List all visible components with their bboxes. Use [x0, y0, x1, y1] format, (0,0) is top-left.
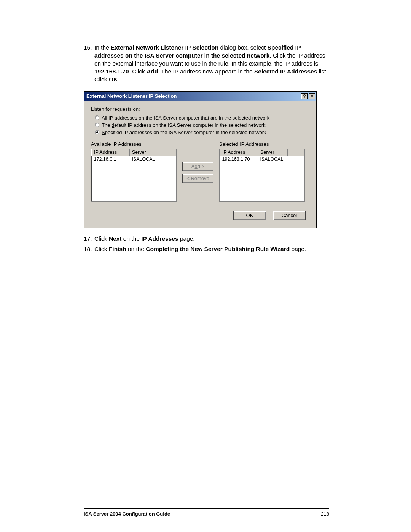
available-listbox[interactable]: IP Address Server 172.16.0.1 ISALOCAL: [91, 149, 177, 202]
selected-label: Selected IP Addresses: [219, 141, 305, 147]
step-text: In the External Network Listener IP Sele…: [94, 44, 329, 84]
radio-specified-ip[interactable]: Specified IP addresses on the ISA Server…: [95, 129, 309, 135]
step-text: Click Next on the IP Addresses page.: [94, 235, 329, 243]
step-number: 16.: [84, 44, 94, 84]
col-server-header[interactable]: Server: [129, 149, 159, 156]
available-label: Available IP Addresses: [91, 141, 177, 147]
selected-listbox[interactable]: IP Address Server 192.168.1.70 ISALOCAL: [219, 149, 305, 202]
listen-label: Listen for requests on:: [91, 106, 309, 112]
page-footer: ISA Server 2004 Configuration Guide 218: [84, 508, 329, 517]
dialog-title: External Network Listener IP Selection: [86, 93, 300, 99]
step-17: 17. Click Next on the IP Addresses page.: [84, 235, 329, 243]
step-18: 18. Click Finish on the Completing the N…: [84, 245, 329, 253]
radio-icon: [95, 123, 99, 127]
close-button[interactable]: ×: [309, 93, 315, 99]
table-header-row: IP Address Server: [92, 149, 176, 156]
step-text: Click Finish on the Completing the New S…: [94, 245, 329, 253]
help-button[interactable]: ?: [301, 93, 308, 99]
radio-default-ip[interactable]: The default IP address on the ISA Server…: [95, 122, 309, 128]
radio-all-ip[interactable]: All IP addresses on the ISA Server compu…: [95, 115, 309, 121]
ip-selection-dialog: External Network Listener IP Selection ?…: [84, 91, 317, 228]
col-server-header[interactable]: Server: [258, 149, 287, 156]
radio-icon: [95, 115, 99, 120]
table-row[interactable]: 192.168.1.70 ISALOCAL: [220, 156, 304, 162]
step-16: 16. In the External Network Listener IP …: [84, 44, 329, 84]
add-button[interactable]: Add >: [182, 162, 213, 171]
col-blank-header: [287, 149, 304, 156]
col-ip-header[interactable]: IP Address: [220, 149, 258, 156]
step-number: 17.: [84, 235, 94, 243]
radio-icon: [95, 130, 99, 134]
page-number: 218: [321, 511, 329, 517]
titlebar: External Network Listener IP Selection ?…: [84, 92, 316, 101]
table-row[interactable]: 172.16.0.1 ISALOCAL: [92, 156, 176, 162]
col-blank-header: [159, 149, 176, 156]
step-number: 18.: [84, 245, 94, 253]
remove-button[interactable]: < Remove: [182, 174, 213, 183]
col-ip-header[interactable]: IP Address: [92, 149, 130, 156]
table-header-row: IP Address Server: [220, 149, 304, 156]
ok-button[interactable]: OK: [233, 211, 266, 220]
cancel-button[interactable]: Cancel: [273, 211, 306, 220]
footer-title: ISA Server 2004 Configuration Guide: [84, 511, 170, 517]
